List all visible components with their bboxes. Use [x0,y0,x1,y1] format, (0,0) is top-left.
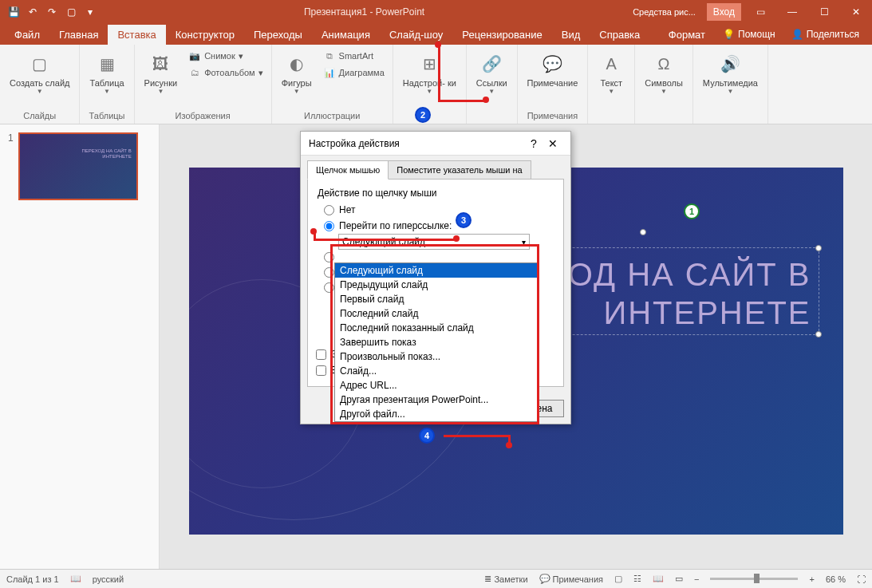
maximize-icon[interactable]: ☐ [808,0,840,24]
tab-home[interactable]: Главная [49,25,108,45]
hyperlink-dropdown-list[interactable]: Следующий слайд Предыдущий слайд Первый … [334,262,539,422]
chart-icon: 📊 [323,66,336,79]
redo-icon[interactable]: ↷ [45,5,59,19]
group-illustrations-label: Иллюстрации [304,109,360,120]
comment-icon: 💬 [539,51,565,77]
tab-slideshow[interactable]: Слайд-шоу [380,25,452,45]
annotation-arrow [438,44,440,102]
zoom-out-icon[interactable]: − [694,574,699,584]
tab-transitions[interactable]: Переходы [244,25,312,45]
group-images-label: Изображения [176,109,231,120]
window-title: Презентация1 - PowerPoint [104,6,625,18]
dropdown-item[interactable]: Слайд... [335,364,538,378]
media-icon: 🔊 [717,51,743,77]
dialog-help-icon[interactable]: ? [524,137,543,150]
tab-format[interactable]: Формат [659,25,715,45]
view-reading-icon[interactable]: 📖 [653,574,664,584]
shapes-icon: ◐ [284,51,310,77]
comment-button[interactable]: 💬Примечание [523,48,583,91]
radio-run-program[interactable] [324,252,334,262]
dropdown-item[interactable]: Предыдущий слайд [335,278,538,292]
checkbox-sound[interactable] [316,349,326,360]
tell-me[interactable]: 💡Помощн [715,25,783,44]
dropdown-item[interactable]: Первый слайд [335,292,538,306]
album-icon: 🗂 [188,66,201,79]
radio-object-action[interactable] [324,282,334,293]
view-normal-icon[interactable]: ▢ [614,574,622,584]
annotation-dot [310,228,317,235]
action-group-label: Действие по щелчку мыши [316,187,439,199]
dropdown-item[interactable]: Другая презентация PowerPoint... [335,393,538,407]
radio-none-label[interactable]: Нет [339,204,355,215]
lightbulb-icon: 💡 [723,29,735,40]
dropdown-item[interactable]: Следующий слайд [335,263,538,278]
media-button[interactable]: 🔊Мультимедиа▼ [698,48,763,98]
dropdown-item[interactable]: Адрес URL... [335,378,538,393]
dropdown-item[interactable]: Завершить показ [335,335,538,349]
spellcheck-icon[interactable]: 📖 [70,574,81,584]
annotation-arrow [314,239,457,241]
tab-review[interactable]: Рецензирование [452,25,551,45]
dialog-tab-click[interactable]: Щелчок мышью [307,160,389,180]
start-slideshow-icon[interactable]: ▢ [64,5,78,19]
statusbar: Слайд 1 из 1 📖 русский ≣ Заметки 💬 Приме… [0,569,872,588]
share-button[interactable]: 👤Поделиться [783,25,867,44]
annotation-dot [453,235,460,242]
text-button[interactable]: AТекст▼ [593,48,629,98]
qat-more-icon[interactable]: ▾ [83,5,97,19]
shapes-button[interactable]: ◐Фигуры▼ [277,48,317,98]
contextual-tools-label: Средства рис... [625,7,704,17]
group-tables-label: Таблицы [89,109,125,120]
login-button[interactable]: Вход [707,3,741,21]
comments-button[interactable]: 💬 Примечания [539,574,604,584]
hyperlink-combo[interactable]: Следующий слайд▾ [338,234,530,250]
undo-icon[interactable]: ↶ [26,5,40,19]
links-icon: 🔗 [479,51,504,77]
dropdown-item[interactable]: Последний показанный слайд [335,321,538,335]
photo-album-button[interactable]: 🗂Фотоальбом ▾ [185,65,266,81]
symbols-button[interactable]: ΩСимволы▼ [640,48,688,98]
dropdown-item[interactable]: Произвольный показ... [335,349,538,364]
radio-run-macro[interactable] [324,267,334,278]
pictures-button[interactable]: 🖼Рисунки▼ [140,48,183,98]
tab-animation[interactable]: Анимация [312,25,380,45]
new-slide-button[interactable]: ▢Создать слайд▼ [5,48,74,98]
radio-hyperlink[interactable] [324,221,334,231]
view-slideshow-icon[interactable]: ▭ [675,574,683,584]
zoom-slider[interactable] [710,578,798,580]
dialog-close-icon[interactable]: ✕ [543,137,562,150]
dropdown-item[interactable]: Другой файл... [335,407,538,421]
tab-design[interactable]: Конструктор [166,25,244,45]
tab-insert[interactable]: Вставка [108,25,165,45]
dropdown-item[interactable]: Последний слайд [335,306,538,321]
tab-file[interactable]: Файл [5,25,49,45]
addins-button[interactable]: ⊞Надстрой- ки▼ [398,48,461,98]
minimize-icon[interactable]: — [776,0,808,24]
save-icon[interactable]: 💾 [6,5,21,19]
tab-view[interactable]: Вид [552,25,590,45]
table-button[interactable]: ▦Таблица▼ [85,48,128,98]
smartart-button[interactable]: ⧉SmartArt [320,48,388,64]
annotation-arrow [444,435,511,437]
fit-to-window-icon[interactable]: ⛶ [857,574,866,584]
screenshot-button[interactable]: 📷Снимок ▾ [185,48,266,64]
links-button[interactable]: 🔗Ссылки▼ [472,48,512,98]
thumbnail-pane[interactable]: 1 ПЕРЕХОД НА САЙТ ВИНТЕРНЕТЕ [0,124,160,569]
ribbon-options-icon[interactable]: ▭ [744,0,776,24]
close-icon[interactable]: ✕ [840,0,872,24]
slide-thumbnail-1[interactable]: ПЕРЕХОД НА САЙТ ВИНТЕРНЕТЕ [18,132,138,200]
group-comments-label: Примечания [527,109,578,120]
view-sorter-icon[interactable]: ☷ [633,574,641,584]
radio-none[interactable] [324,205,334,215]
tab-help[interactable]: Справка [590,25,649,45]
new-slide-icon: ▢ [27,51,53,77]
language-label[interactable]: русский [93,574,124,584]
zoom-level[interactable]: 66 % [826,574,846,584]
radio-hyperlink-label[interactable]: Перейти по гиперссылке: [339,220,452,231]
notes-button[interactable]: ≣ Заметки [484,574,527,584]
slide-counter: Слайд 1 из 1 [6,574,59,584]
dialog-tab-hover[interactable]: Поместите указатель мыши на [388,160,531,180]
zoom-in-icon[interactable]: + [809,574,814,584]
chart-button[interactable]: 📊Диаграмма [320,65,388,81]
checkbox-highlight[interactable] [316,365,326,376]
